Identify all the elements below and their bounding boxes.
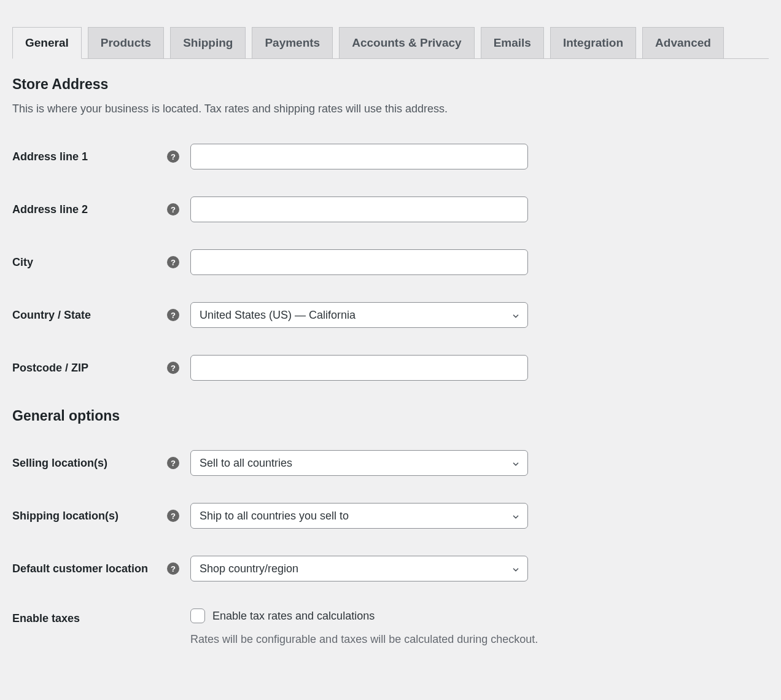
country-state-select[interactable]: United States (US) — California: [190, 302, 528, 328]
chevron-down-icon: [511, 311, 520, 319]
tab-emails[interactable]: Emails: [481, 27, 544, 59]
help-icon[interactable]: ?: [167, 510, 179, 522]
address2-label: Address line 2: [12, 203, 167, 216]
tab-payments[interactable]: Payments: [252, 27, 333, 59]
help-icon[interactable]: ?: [167, 309, 179, 321]
country-state-label: Country / State: [12, 309, 167, 322]
field-shipping-locations: Shipping location(s) ? Ship to all count…: [12, 503, 769, 529]
postcode-label: Postcode / ZIP: [12, 362, 167, 375]
chevron-down-icon: [511, 511, 520, 520]
selling-locations-value: Sell to all countries: [200, 457, 505, 470]
city-label: City: [12, 256, 167, 269]
help-icon[interactable]: ?: [167, 203, 179, 216]
selling-locations-select[interactable]: Sell to all countries: [190, 450, 528, 476]
store-address-heading: Store Address: [12, 76, 769, 93]
address1-input[interactable]: [190, 144, 528, 169]
enable-taxes-checkbox[interactable]: [190, 609, 205, 623]
help-icon[interactable]: ?: [167, 150, 179, 163]
general-options-heading: General options: [12, 408, 769, 424]
enable-taxes-checkbox-label: Enable tax rates and calculations: [212, 610, 375, 623]
help-icon[interactable]: ?: [167, 457, 179, 469]
help-icon[interactable]: ?: [167, 256, 179, 268]
field-country-state: Country / State ? United States (US) — C…: [12, 302, 769, 328]
default-customer-location-select[interactable]: Shop country/region: [190, 556, 528, 581]
field-default-customer-location: Default customer location ? Shop country…: [12, 556, 769, 581]
tab-general[interactable]: General: [12, 27, 82, 59]
tab-advanced[interactable]: Advanced: [642, 27, 724, 59]
address1-label: Address line 1: [12, 150, 167, 163]
field-address-line-1: Address line 1 ?: [12, 144, 769, 169]
shipping-locations-select[interactable]: Ship to all countries you sell to: [190, 503, 528, 529]
shipping-locations-label: Shipping location(s): [12, 510, 167, 523]
chevron-down-icon: [511, 564, 520, 573]
default-customer-location-label: Default customer location: [12, 562, 167, 575]
chevron-down-icon: [511, 459, 520, 467]
field-enable-taxes: Enable taxes Enable tax rates and calcul…: [12, 609, 769, 646]
default-customer-location-value: Shop country/region: [200, 562, 505, 575]
help-icon[interactable]: ?: [167, 562, 179, 575]
settings-tabs: General Products Shipping Payments Accou…: [12, 0, 769, 59]
enable-taxes-description: Rates will be configurable and taxes wil…: [190, 633, 657, 646]
tab-integration[interactable]: Integration: [550, 27, 636, 59]
field-selling-locations: Selling location(s) ? Sell to all countr…: [12, 450, 769, 476]
field-address-line-2: Address line 2 ?: [12, 196, 769, 222]
selling-locations-label: Selling location(s): [12, 457, 167, 470]
country-state-value: United States (US) — California: [200, 309, 505, 322]
tab-accounts-privacy[interactable]: Accounts & Privacy: [339, 27, 474, 59]
city-input[interactable]: [190, 249, 528, 275]
help-icon[interactable]: ?: [167, 362, 179, 374]
postcode-input[interactable]: [190, 355, 528, 381]
tab-shipping[interactable]: Shipping: [170, 27, 246, 59]
shipping-locations-value: Ship to all countries you sell to: [200, 510, 505, 523]
enable-taxes-label: Enable taxes: [12, 609, 190, 625]
store-address-description: This is where your business is located. …: [12, 103, 769, 115]
address2-input[interactable]: [190, 196, 528, 222]
tab-products[interactable]: Products: [88, 27, 164, 59]
field-city: City ?: [12, 249, 769, 275]
field-postcode: Postcode / ZIP ?: [12, 355, 769, 381]
